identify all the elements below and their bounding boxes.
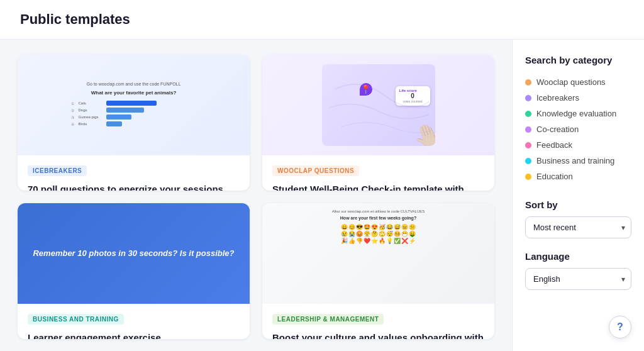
emoji-13: 😡	[356, 231, 363, 237]
card-preview-wooclap: 📍 Life score 0 votes counted 🤚	[262, 55, 494, 155]
card-body-icebreakers: ICEBREAKERS 70 poll questions to energiz…	[18, 155, 250, 191]
card-body-wooclap: WOOCLAP QUESTIONS Student Well-Being Che…	[262, 155, 494, 191]
emoji-4: 🤩	[364, 224, 370, 230]
sidebar-item-wooclap-questions[interactable]: Wooclap questions	[525, 74, 631, 90]
emoji-22: 👍	[348, 238, 355, 244]
language-select-wrapper: English French Spanish German ▾	[525, 268, 631, 290]
dot-knowledge-eval	[525, 111, 531, 117]
emoji-2: 😊	[348, 224, 355, 230]
emoji-3: 😎	[356, 224, 363, 230]
category-badge-icebreakers: ICEBREAKERS	[28, 165, 87, 176]
sort-select-wrapper: Most recent Most popular Alphabetical ▾	[525, 216, 631, 238]
template-card-wooclap[interactable]: 📍 Life score 0 votes counted 🤚 WOOCLAP	[262, 55, 494, 191]
card-body-leadership: LEADERSHIP & MANAGEMENT Boost your cultu…	[262, 304, 494, 339]
page-body: Go to wooclap.com and use the code FUNPO…	[0, 40, 644, 351]
card-preview-icebreakers: Go to wooclap.com and use the code FUNPO…	[18, 55, 250, 155]
mock-emoji-grid: 😀 😊 😎 🤩 😍 🥳 😂 😅 😐 😕 😢 😭 😡 😤 🤔 🙄	[341, 224, 416, 244]
emoji-8: 😅	[394, 224, 401, 230]
emoji-6: 🥳	[379, 224, 386, 230]
emoji-7: 😂	[386, 224, 393, 230]
dot-co-creation	[525, 126, 531, 133]
dot-feedback	[525, 142, 531, 148]
category-label-icebreakers: Icebreakers	[536, 93, 579, 103]
language-section: Language English French Spanish German ▾	[525, 251, 631, 290]
card-preview-business-text: Remember 10 photos in 30 seconds? Is it …	[33, 247, 234, 260]
emoji-10: 😕	[409, 224, 416, 230]
mock-cult-header: Allez sur wooclap.com et utilisez le cod…	[332, 209, 425, 213]
emoji-12: 😭	[348, 231, 355, 237]
card-preview-leadership: Allez sur wooclap.com et utilisez le cod…	[262, 203, 494, 304]
emoji-14: 😤	[364, 231, 370, 237]
page-title: Public templates	[20, 11, 624, 28]
sort-select[interactable]: Most recent Most popular Alphabetical	[525, 216, 631, 238]
template-card-business[interactable]: Remember 10 photos in 30 seconds? Is it …	[18, 203, 250, 339]
category-label-co-creation: Co-creation	[536, 125, 579, 134]
card-title-icebreakers: 70 poll questions to energize your sessi…	[28, 182, 240, 191]
mock-poll-header: Go to wooclap.com and use the code FUNPO…	[87, 82, 181, 86]
emoji-1: 😀	[341, 224, 348, 230]
emoji-27: 💡	[386, 238, 393, 244]
emoji-17: 😴	[386, 231, 393, 237]
emoji-26: 🔥	[379, 238, 386, 244]
category-label-wooclap-questions: Wooclap questions	[536, 77, 606, 87]
help-button[interactable]: ?	[609, 316, 631, 338]
emoji-15: 🤔	[371, 231, 378, 237]
sidebar-item-business-training[interactable]: Business and training	[525, 153, 631, 169]
emoji-28: ✅	[394, 238, 401, 244]
emoji-21: 🎉	[341, 238, 348, 244]
template-card-leadership[interactable]: Allez sur wooclap.com et utilisez le cod…	[262, 203, 494, 339]
emoji-24: ❤️	[364, 238, 370, 244]
emoji-9: 😐	[401, 224, 408, 230]
category-label-feedback: Feedback	[536, 140, 572, 150]
sidebar-item-education[interactable]: Education	[525, 169, 631, 184]
mock-cult-question: How are your first few weeks going?	[340, 216, 416, 220]
category-label-knowledge-eval: Knowledge evaluation	[536, 109, 616, 118]
emoji-18: 🤒	[394, 231, 401, 237]
main-content: Go to wooclap.com and use the code FUNPO…	[0, 40, 512, 351]
sidebar-search-title: Search by category	[525, 55, 631, 65]
sidebar-item-knowledge-eval[interactable]: Knowledge evaluation	[525, 106, 631, 121]
language-select[interactable]: English French Spanish German	[525, 268, 631, 290]
mock-poll-question: What are your favorite pet animals?	[91, 90, 177, 96]
card-preview-business: Remember 10 photos in 30 seconds? Is it …	[18, 203, 250, 304]
emoji-16: 🙄	[379, 231, 386, 237]
dot-icebreakers	[525, 95, 531, 101]
language-label: Language	[525, 251, 631, 262]
dot-business-training	[525, 158, 531, 164]
map-lines	[322, 64, 435, 146]
help-icon: ?	[617, 321, 623, 333]
card-body-business: BUSINESS AND TRAINING Learner engagement…	[18, 304, 250, 339]
category-label-education: Education	[536, 172, 573, 181]
mock-map: 📍 Life score 0 votes counted 🤚	[322, 64, 435, 146]
card-title-business: Learner engagement exercise	[28, 331, 240, 339]
emoji-19: 😷	[401, 231, 408, 237]
sidebar: Search by category Wooclap questions Ice…	[512, 40, 644, 351]
emoji-23: 👎	[356, 238, 363, 244]
card-title-leadership: Boost your culture and values onboarding…	[272, 331, 484, 339]
emoji-20: 🤑	[409, 231, 416, 237]
category-badge-leadership: LEADERSHIP & MANAGEMENT	[272, 314, 384, 325]
emoji-11: 😢	[341, 231, 348, 237]
sidebar-item-feedback[interactable]: Feedback	[525, 137, 631, 153]
emoji-29: ❌	[401, 238, 408, 244]
emoji-25: ⭐	[371, 238, 378, 244]
category-label-business-training: Business and training	[536, 156, 614, 165]
sidebar-item-co-creation[interactable]: Co-creation	[525, 121, 631, 137]
emoji-30: ⚡	[409, 238, 416, 244]
dot-wooclap-questions	[525, 79, 531, 86]
mock-poll-bars: ①Cats ②Dogs ③Guinea pigs ④Birds	[71, 101, 197, 128]
sort-label: Sort by	[525, 199, 631, 210]
page-header: Public templates	[0, 0, 644, 40]
sidebar-item-icebreakers[interactable]: Icebreakers	[525, 90, 631, 106]
emoji-5: 😍	[371, 224, 378, 230]
category-list: Wooclap questions Icebreakers Knowledge …	[525, 74, 631, 184]
category-badge-wooclap: WOOCLAP QUESTIONS	[272, 165, 359, 176]
template-card-icebreakers[interactable]: Go to wooclap.com and use the code FUNPO…	[18, 55, 250, 191]
dot-education	[525, 174, 531, 180]
sort-section: Sort by Most recent Most popular Alphabe…	[525, 199, 631, 238]
card-title-wooclap: Student Well-Being Check-in template wit…	[272, 182, 484, 191]
category-badge-business: BUSINESS AND TRAINING	[28, 314, 124, 325]
